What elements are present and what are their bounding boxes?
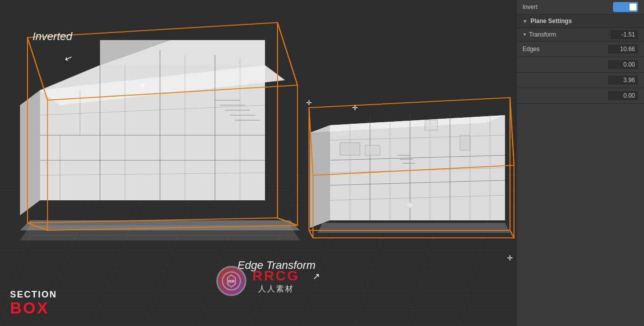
svg-rect-71 <box>340 143 360 155</box>
branding: SECTION BOX <box>10 289 57 316</box>
invert-label: Invert <box>522 4 538 11</box>
value1-value: 0.00 <box>608 60 638 69</box>
value2-row: 3.96 <box>516 73 644 88</box>
transform-label: ▼ Transform <box>522 31 556 38</box>
svg-marker-54 <box>318 223 510 233</box>
branding-section-text: SECTION <box>10 289 57 300</box>
plane-settings-collapse-arrow: ▼ <box>522 19 528 24</box>
svg-text:✛: ✛ <box>507 254 513 262</box>
value2-value: 3.96 <box>608 76 638 85</box>
svg-rect-73 <box>425 120 438 130</box>
watermark-logo-svg: RR <box>222 271 242 291</box>
edges-value: 10.66 <box>608 45 638 54</box>
svg-marker-25 <box>20 90 40 215</box>
svg-text:✛: ✛ <box>407 201 413 209</box>
watermark-rrcg: RRCG <box>252 268 300 284</box>
right-panel: Invert ▼ Plane Settings ▼ Transform -1.5… <box>516 0 644 326</box>
plane-settings-header[interactable]: ▼ Plane Settings <box>516 15 644 28</box>
watermark-text: RRCG 人人素材 <box>252 268 300 294</box>
edges-label: Edges <box>522 46 540 53</box>
svg-text:✛: ✛ <box>140 81 146 89</box>
svg-text:✛: ✛ <box>306 99 312 107</box>
svg-marker-55 <box>330 115 505 220</box>
edge-transform-arrow: ↗ <box>312 271 320 282</box>
svg-rect-72 <box>365 145 380 155</box>
plane-settings-label: Plane Settings <box>530 18 572 25</box>
svg-rect-74 <box>460 135 470 150</box>
transform-value: -1.51 <box>610 30 638 39</box>
watermark: RR RRCG 人人素材 <box>216 266 300 296</box>
value3-row: 0.00 <box>516 88 644 104</box>
invert-row: Invert <box>516 0 644 15</box>
watermark-logo: RR <box>216 266 246 296</box>
value1-row: 0.00 <box>516 57 644 73</box>
svg-text:RR: RR <box>228 279 234 284</box>
transform-collapse-arrow: ▼ <box>522 32 527 37</box>
watermark-cn: 人人素材 <box>258 284 294 294</box>
invert-toggle[interactable] <box>613 2 638 12</box>
branding-box-text: BOX <box>10 300 57 316</box>
svg-text:✛: ✛ <box>352 104 358 112</box>
edges-row: Edges 10.66 <box>516 42 644 57</box>
viewport: ✛ ✛ <box>0 0 516 326</box>
transform-header[interactable]: ▼ Transform -1.51 <box>516 28 644 42</box>
value3-value: 0.00 <box>608 91 638 100</box>
inverted-label: Inverted <box>32 30 72 43</box>
